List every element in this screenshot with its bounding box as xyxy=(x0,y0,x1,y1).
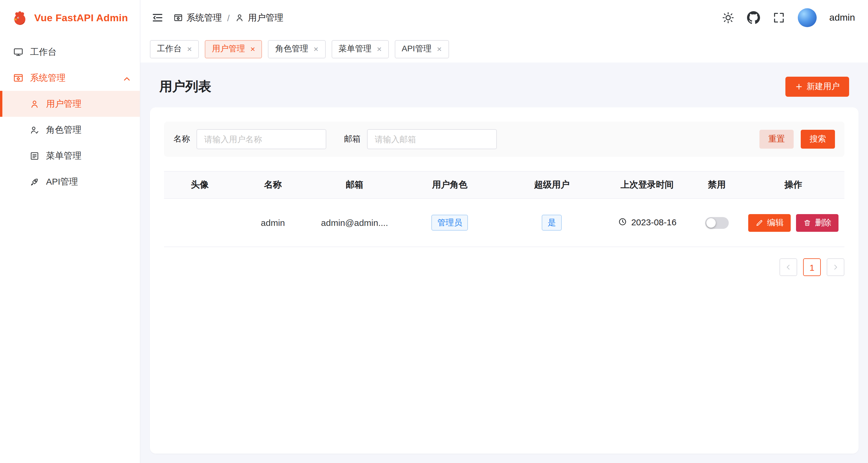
breadcrumb-label: 用户管理 xyxy=(248,12,283,23)
column-header-superuser: 超级用户 xyxy=(501,171,603,198)
clock-icon xyxy=(618,217,627,227)
system-gear-icon xyxy=(174,13,183,23)
sidebar: Vue FastAPI Admin 工作台 系统管理 xyxy=(0,0,141,463)
tab-workbench[interactable]: 工作台 × xyxy=(150,40,199,58)
email-filter-group: 邮箱 xyxy=(344,129,497,149)
menu-list-icon xyxy=(30,151,39,161)
collapse-sidebar-icon[interactable] xyxy=(151,11,164,24)
rocket-icon xyxy=(30,177,39,187)
filter-bar: 名称 邮箱 重置 搜索 xyxy=(164,122,844,157)
user-icon xyxy=(30,99,39,109)
delete-button[interactable]: 删除 xyxy=(796,214,838,232)
user-avatar[interactable] xyxy=(798,8,817,27)
system-gear-icon xyxy=(13,72,24,83)
create-user-button[interactable]: 新建用户 xyxy=(785,77,849,97)
pagination-prev-button[interactable] xyxy=(779,258,797,276)
pagination-page-1[interactable]: 1 xyxy=(803,258,821,276)
sidebar-item-label: 工作台 xyxy=(30,46,57,58)
tab-api[interactable]: API管理 × xyxy=(395,40,449,58)
column-header-lastlogin: 上次登录时间 xyxy=(603,171,691,198)
tab-label: 用户管理 xyxy=(212,44,245,54)
name-filter-input[interactable] xyxy=(196,129,326,149)
tab-users[interactable]: 用户管理 × xyxy=(205,40,262,58)
close-icon[interactable]: × xyxy=(314,45,318,53)
brand-title: Vue FastAPI Admin xyxy=(34,12,128,24)
breadcrumb-separator: / xyxy=(227,13,229,23)
column-header-name: 名称 xyxy=(236,171,310,198)
filter-actions: 重置 搜索 xyxy=(760,130,835,148)
reset-button[interactable]: 重置 xyxy=(760,130,794,148)
sidebar-item-users[interactable]: 用户管理 xyxy=(0,91,140,117)
tab-label: API管理 xyxy=(402,44,432,54)
tabs-bar: 工作台 × 用户管理 × 角色管理 × 菜单管理 × API管理 × xyxy=(141,35,868,63)
brand[interactable]: Vue FastAPI Admin xyxy=(0,0,140,37)
page-header: 用户列表 新建用户 xyxy=(150,68,859,105)
page-title: 用户列表 xyxy=(159,78,211,96)
sidebar-item-label: 角色管理 xyxy=(46,124,82,135)
actions-cell: 编辑 删除 xyxy=(742,198,844,247)
sidebar-item-roles[interactable]: 角色管理 xyxy=(0,117,140,143)
user-list-card: 名称 邮箱 重置 搜索 xyxy=(150,107,859,454)
sidebar-item-workbench[interactable]: 工作台 xyxy=(0,39,140,65)
edit-button[interactable]: 编辑 xyxy=(748,214,791,232)
plus-icon xyxy=(795,82,803,91)
pagination-next-button[interactable] xyxy=(827,258,844,276)
user-icon xyxy=(235,13,244,23)
edit-label: 编辑 xyxy=(767,217,784,228)
chevron-left-icon xyxy=(784,263,793,271)
sidebar-menu: 工作台 系统管理 xyxy=(0,37,140,195)
tab-label: 菜单管理 xyxy=(338,44,371,54)
sidebar-item-label: 用户管理 xyxy=(46,98,82,109)
rooster-logo-icon xyxy=(11,9,28,27)
breadcrumb-item-users[interactable]: 用户管理 xyxy=(235,12,283,23)
email-cell: admin@admin.... xyxy=(310,198,399,247)
page-content: 用户列表 新建用户 名称 邮箱 xyxy=(141,63,868,463)
create-user-label: 新建用户 xyxy=(807,81,840,92)
sidebar-item-api[interactable]: API管理 xyxy=(0,169,140,195)
tab-label: 角色管理 xyxy=(275,44,308,54)
chevron-right-icon xyxy=(831,263,840,271)
column-header-role: 用户角色 xyxy=(399,171,501,198)
email-filter-input[interactable] xyxy=(367,129,497,149)
sidebar-item-menus[interactable]: 菜单管理 xyxy=(0,143,140,169)
pagination: 1 xyxy=(164,258,844,276)
monitor-icon xyxy=(13,46,24,57)
table-row: admin admin@admin.... 管理员 是 xyxy=(164,198,844,247)
role-icon xyxy=(30,125,39,135)
superuser-cell: 是 xyxy=(501,198,603,247)
name-filter-label: 名称 xyxy=(174,134,190,144)
email-filter-label: 邮箱 xyxy=(344,134,361,144)
sidebar-item-system[interactable]: 系统管理 xyxy=(0,65,140,91)
sidebar-item-label: API管理 xyxy=(46,176,78,187)
close-icon[interactable]: × xyxy=(377,45,381,53)
close-icon[interactable]: × xyxy=(437,45,442,53)
disabled-toggle[interactable] xyxy=(705,217,729,229)
app-window: Vue FastAPI Admin 工作台 系统管理 xyxy=(0,0,868,463)
role-tag: 管理员 xyxy=(431,215,468,230)
lastlogin-value: 2023-08-16 xyxy=(631,217,676,227)
role-cell: 管理员 xyxy=(399,198,501,247)
close-icon[interactable]: × xyxy=(250,45,255,53)
github-icon[interactable] xyxy=(747,11,760,24)
avatar-cell xyxy=(164,198,236,247)
topbar-actions: admin xyxy=(722,8,855,27)
lastlogin-cell: 2023-08-16 xyxy=(603,198,691,247)
disabled-cell xyxy=(691,198,742,247)
column-header-email: 邮箱 xyxy=(310,171,399,198)
name-filter-group: 名称 xyxy=(174,129,326,149)
tab-roles[interactable]: 角色管理 × xyxy=(268,40,326,58)
sidebar-item-label: 系统管理 xyxy=(30,72,65,84)
superuser-tag: 是 xyxy=(542,215,562,230)
search-button[interactable]: 搜索 xyxy=(801,130,835,148)
table-header-row: 头像 名称 邮箱 用户角色 超级用户 上次登录时间 禁用 操作 xyxy=(164,171,844,198)
breadcrumb-item-system[interactable]: 系统管理 xyxy=(174,12,222,23)
chevron-up-icon xyxy=(122,73,130,82)
tab-menus[interactable]: 菜单管理 × xyxy=(331,40,389,58)
column-header-actions: 操作 xyxy=(742,171,844,198)
fullscreen-icon[interactable] xyxy=(773,11,786,24)
close-icon[interactable]: × xyxy=(187,45,192,53)
username-label[interactable]: admin xyxy=(829,12,855,23)
top-header: 系统管理 / 用户管理 xyxy=(141,0,868,35)
theme-sun-icon[interactable] xyxy=(722,11,735,24)
column-header-disabled: 禁用 xyxy=(691,171,742,198)
